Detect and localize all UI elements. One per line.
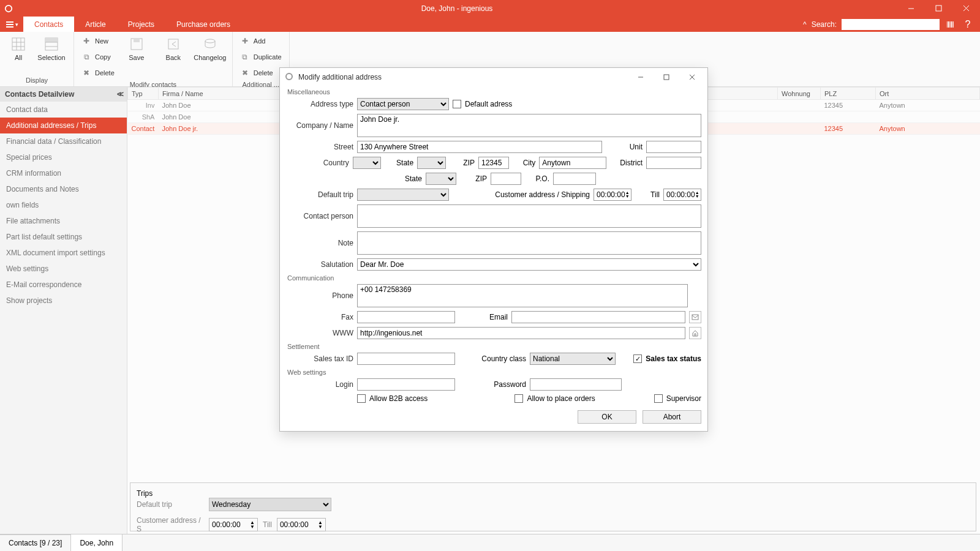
po-input[interactable]	[553, 173, 596, 185]
plus-icon: ✚	[81, 36, 91, 46]
svg-rect-23	[134, 39, 140, 42]
email-action-icon[interactable]	[689, 311, 701, 323]
district-input[interactable]	[646, 157, 701, 169]
col-typ[interactable]: Typ	[128, 88, 159, 100]
ribbon-selection-button[interactable]: Selection	[34, 34, 69, 61]
dialog-minimize-button[interactable]	[630, 70, 651, 84]
phone-input[interactable]	[357, 284, 688, 307]
ribbon-additional-delete-button[interactable]: ✖Delete	[238, 66, 284, 80]
window-title: Doe, John - ingenious	[17, 4, 897, 13]
ribbon-add-button[interactable]: ✚Add	[238, 34, 284, 48]
delete-icon: ✖	[81, 68, 91, 78]
tab-purchase-orders[interactable]: Purchase orders	[165, 17, 241, 32]
ship-till-input[interactable]: 00:00:00▲▼	[663, 189, 701, 201]
label-salestax: Sales tax ID	[286, 354, 353, 363]
sidebar-header: Contacts Detailview <<	[0, 87, 127, 102]
label-fax: Fax	[286, 313, 353, 321]
salestax-status-checkbox[interactable]	[633, 354, 642, 363]
state2-select[interactable]	[426, 173, 456, 185]
salutation-select[interactable]: Dear Mr. Doe	[357, 258, 701, 271]
email-input[interactable]	[511, 311, 685, 323]
bottom-tab-contacts[interactable]: Contacts [9 / 23]	[0, 534, 71, 551]
ribbon-new-button[interactable]: ✚New	[79, 34, 117, 48]
sidebar-item-crm[interactable]: CRM information	[0, 165, 127, 181]
sidebar-item-documents[interactable]: Documents and Notes	[0, 181, 127, 197]
window-minimize-button[interactable]	[897, 0, 925, 17]
dialog-title: Modify additional address	[298, 73, 625, 81]
tab-contacts[interactable]: Contacts	[23, 17, 74, 32]
dialog-maximize-button[interactable]	[656, 70, 677, 84]
svg-rect-8	[947, 21, 948, 28]
label-salutation: Salutation	[286, 260, 353, 269]
ship-from-input[interactable]: 00:00:00▲▼	[594, 189, 631, 201]
col-ort[interactable]: Ort	[876, 88, 980, 100]
bottom-tab-doe[interactable]: Doe, John	[71, 534, 123, 551]
salestax-input[interactable]	[357, 353, 455, 365]
default-trip-select[interactable]	[357, 189, 449, 201]
contact-person-input[interactable]	[357, 204, 701, 228]
trips-ship-till[interactable]: 00:00:00▲▼	[277, 518, 326, 531]
sidebar-item-show-projects[interactable]: Show projects	[0, 293, 127, 309]
sidebar-item-partlist[interactable]: Part list default settings	[0, 229, 127, 245]
sidebar-item-web-settings[interactable]: Web settings	[0, 261, 127, 277]
ribbon-duplicate-button[interactable]: ⧉Duplicate	[238, 50, 284, 64]
trips-default-select[interactable]: Wednesday	[209, 498, 331, 511]
help-icon[interactable]: ?	[962, 19, 974, 30]
search-input[interactable]	[842, 19, 940, 30]
svg-rect-12	[953, 21, 954, 28]
city-input[interactable]	[539, 157, 606, 169]
www-open-icon[interactable]	[689, 327, 701, 339]
login-input[interactable]	[357, 378, 455, 391]
country-class-select[interactable]: National	[530, 353, 616, 365]
tab-projects[interactable]: Projects	[117, 17, 165, 32]
trips-till-label: Till	[263, 520, 272, 529]
country-select[interactable]	[353, 157, 382, 169]
address-type-select[interactable]: Contact person	[357, 98, 449, 110]
col-wohnung[interactable]: Wohnung	[778, 88, 821, 100]
sidebar-item-attachments[interactable]: File attachments	[0, 213, 127, 229]
sidebar-item-special-prices[interactable]: Special prices	[0, 149, 127, 165]
fax-input[interactable]	[357, 311, 455, 323]
ribbon-delete-button[interactable]: ✖Delete	[79, 66, 117, 80]
menubar: ▾ Contacts Article Projects Purchase ord…	[0, 17, 980, 32]
window-close-button[interactable]	[952, 0, 980, 17]
trips-ship-from[interactable]: 00:00:00▲▼	[209, 518, 258, 531]
sidebar-item-additional-addresses[interactable]: Additional addresses / Trips	[0, 118, 127, 133]
b2b-checkbox[interactable]	[357, 394, 366, 403]
label-city: City	[513, 159, 535, 167]
unit-input[interactable]	[646, 141, 701, 153]
menubar-chevron-icon[interactable]: ^	[803, 20, 807, 29]
sidebar-item-financial[interactable]: Financial data / Classification	[0, 133, 127, 149]
ribbon-all-button[interactable]: All	[5, 34, 32, 61]
svg-rect-24	[168, 39, 178, 49]
company-input[interactable]	[357, 114, 701, 137]
sidebar-item-xml-import[interactable]: XML document import settings	[0, 245, 127, 261]
ribbon-copy-button[interactable]: ⧉Copy	[79, 50, 117, 64]
default-address-checkbox[interactable]	[453, 100, 461, 108]
supervisor-checkbox[interactable]	[654, 394, 663, 403]
sidebar-item-contact-data[interactable]: Contact data	[0, 102, 127, 118]
zip-input[interactable]	[478, 157, 509, 169]
app-menu-icon[interactable]: ▾	[0, 17, 23, 32]
collapse-icon[interactable]: <<	[117, 90, 122, 99]
orders-checkbox[interactable]	[514, 394, 523, 403]
tab-article[interactable]: Article	[74, 17, 116, 32]
sidebar-item-own-fields[interactable]: own fields	[0, 197, 127, 213]
ribbon-changelog-button[interactable]: Changelog	[193, 34, 227, 61]
ribbon-group-modify: ✚New ⧉Copy ✖Delete Save Back Changelog M…	[74, 32, 233, 86]
abort-button[interactable]: Abort	[643, 410, 701, 424]
ok-button[interactable]: OK	[578, 410, 636, 424]
ribbon-save-button[interactable]: Save	[119, 34, 154, 61]
window-maximize-button[interactable]	[925, 0, 952, 17]
state-select[interactable]	[417, 157, 446, 169]
sidebar-item-email[interactable]: E-Mail correspondence	[0, 277, 127, 293]
ribbon-back-button[interactable]: Back	[156, 34, 190, 61]
note-input[interactable]	[357, 231, 701, 255]
col-plz[interactable]: PLZ	[821, 88, 876, 100]
www-input[interactable]	[357, 327, 685, 339]
dialog-close-button[interactable]	[682, 70, 703, 84]
zip2-input[interactable]	[491, 173, 521, 185]
street-input[interactable]	[357, 141, 602, 153]
password-input[interactable]	[530, 378, 622, 391]
barcode-icon[interactable]	[944, 20, 957, 29]
